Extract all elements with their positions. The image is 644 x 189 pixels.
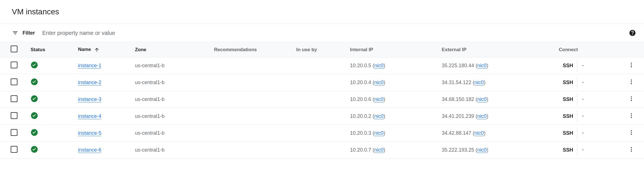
more-actions-button[interactable] <box>626 77 637 88</box>
external-ip-value: 34.31.54.122 (nic0) <box>439 74 556 91</box>
internal-nic-link[interactable]: nic0 <box>374 63 384 69</box>
more-actions-button[interactable] <box>626 145 637 156</box>
external-nic-link[interactable]: nic0 <box>477 63 487 69</box>
internal-nic-link[interactable]: nic0 <box>374 147 384 153</box>
table-row: instance-2us-central1-b10.20.0.4 (nic0)3… <box>0 74 644 91</box>
column-header-zone[interactable]: Zone <box>131 42 211 57</box>
vm-instances-table: Status Name Zone Recommendations In use … <box>0 42 644 159</box>
svg-point-3 <box>631 66 632 68</box>
internal-ip-value: 10.20.0.5 (nic0) <box>347 57 439 74</box>
more-actions-button[interactable] <box>626 111 637 122</box>
zone-value: us-central1-b <box>131 142 211 159</box>
svg-point-13 <box>631 113 632 114</box>
more-actions-button[interactable] <box>626 128 637 139</box>
filter-input[interactable] <box>42 30 629 37</box>
in-use-by-value <box>293 91 347 108</box>
more-vert-icon <box>628 146 634 154</box>
svg-point-19 <box>631 134 632 135</box>
column-header-internal-ip[interactable]: Internal IP <box>347 42 439 57</box>
internal-nic-link[interactable]: nic0 <box>374 80 384 86</box>
zone-value: us-central1-b <box>131 108 211 125</box>
ssh-button[interactable]: SSH <box>559 145 577 155</box>
ssh-button[interactable]: SSH <box>559 94 577 105</box>
external-ip-value: 34.68.150.182 (nic0) <box>439 91 556 108</box>
column-header-name[interactable]: Name <box>75 42 131 57</box>
external-nic-link[interactable]: nic0 <box>475 80 484 86</box>
table-row: instance-4us-central1-b10.20.0.2 (nic0)3… <box>0 108 644 125</box>
table-row: instance-1us-central1-b10.20.0.5 (nic0)3… <box>0 57 644 74</box>
row-checkbox[interactable] <box>11 78 17 85</box>
internal-ip-value: 10.20.0.3 (nic0) <box>347 125 439 142</box>
instance-name-link[interactable]: instance-3 <box>78 96 101 102</box>
svg-point-5 <box>631 80 632 81</box>
column-header-status[interactable]: Status <box>27 42 75 57</box>
svg-point-17 <box>631 130 632 131</box>
row-checkbox[interactable] <box>11 129 17 136</box>
row-checkbox[interactable] <box>11 62 17 68</box>
row-checkbox[interactable] <box>11 112 17 119</box>
ssh-dropdown-button[interactable] <box>577 60 588 71</box>
more-actions-button[interactable] <box>626 94 637 105</box>
column-header-in-use-by[interactable]: In use by <box>293 42 347 57</box>
internal-nic-link[interactable]: nic0 <box>374 130 384 136</box>
recommendations-value <box>211 125 293 142</box>
select-all-checkbox[interactable] <box>11 46 17 52</box>
ssh-dropdown-button[interactable] <box>577 94 588 105</box>
instance-name-link[interactable]: instance-2 <box>78 80 101 86</box>
row-checkbox[interactable] <box>11 146 17 153</box>
external-ip-value: 35.225.180.44 (nic0) <box>439 57 556 74</box>
filter-icon <box>12 30 19 36</box>
internal-ip-value: 10.20.0.7 (nic0) <box>347 142 439 159</box>
connect-cell: SSH <box>559 145 615 156</box>
table-row: instance-5us-central1-b10.20.0.3 (nic0)3… <box>0 125 644 142</box>
status-running-icon <box>31 112 38 119</box>
internal-ip-value: 10.20.0.6 (nic0) <box>347 91 439 108</box>
column-header-recommendations[interactable]: Recommendations <box>211 42 293 57</box>
connect-cell: SSH <box>559 128 615 139</box>
chevron-down-icon <box>581 80 585 86</box>
svg-point-2 <box>631 64 632 66</box>
in-use-by-value <box>293 57 347 74</box>
svg-point-1 <box>631 63 632 64</box>
table-row: instance-6us-central1-b10.20.0.7 (nic0)3… <box>0 142 644 159</box>
recommendations-value <box>211 57 293 74</box>
column-header-connect[interactable]: Connect <box>555 42 619 57</box>
svg-point-11 <box>631 100 632 101</box>
external-nic-link[interactable]: nic0 <box>477 147 487 153</box>
zone-value: us-central1-b <box>131 125 211 142</box>
external-nic-link[interactable]: nic0 <box>477 113 487 119</box>
ssh-dropdown-button[interactable] <box>577 77 588 88</box>
filter-label: Filter <box>23 30 35 36</box>
external-nic-link[interactable]: nic0 <box>475 130 484 136</box>
chevron-down-icon <box>581 147 585 153</box>
instance-name-link[interactable]: instance-5 <box>78 130 101 136</box>
ssh-button[interactable]: SSH <box>559 111 577 122</box>
more-vert-icon <box>628 129 634 137</box>
ssh-button[interactable]: SSH <box>559 60 577 71</box>
chevron-down-icon <box>581 113 585 119</box>
recommendations-value <box>211 142 293 159</box>
ssh-dropdown-button[interactable] <box>577 111 588 122</box>
table-header-row: Status Name Zone Recommendations In use … <box>0 42 644 57</box>
chevron-down-icon <box>581 63 585 69</box>
zone-value: us-central1-b <box>131 74 211 91</box>
instance-name-link[interactable]: instance-4 <box>78 113 101 119</box>
internal-nic-link[interactable]: nic0 <box>374 96 384 102</box>
more-actions-button[interactable] <box>626 60 637 71</box>
column-header-actions <box>619 42 644 57</box>
ssh-button[interactable]: SSH <box>559 77 577 88</box>
instance-name-link[interactable]: instance-6 <box>78 147 101 153</box>
column-header-external-ip[interactable]: External IP <box>439 42 556 57</box>
status-running-icon <box>31 146 38 153</box>
internal-nic-link[interactable]: nic0 <box>374 113 384 119</box>
help-icon[interactable] <box>629 29 636 37</box>
external-nic-link[interactable]: nic0 <box>477 96 487 102</box>
ssh-button[interactable]: SSH <box>559 128 577 138</box>
svg-point-6 <box>631 81 632 82</box>
instance-name-link[interactable]: instance-1 <box>78 63 101 69</box>
ssh-dropdown-button[interactable] <box>577 128 588 139</box>
internal-ip-value: 10.20.0.4 (nic0) <box>347 74 439 91</box>
ssh-dropdown-button[interactable] <box>577 145 588 156</box>
svg-point-14 <box>631 115 632 116</box>
row-checkbox[interactable] <box>11 95 17 102</box>
